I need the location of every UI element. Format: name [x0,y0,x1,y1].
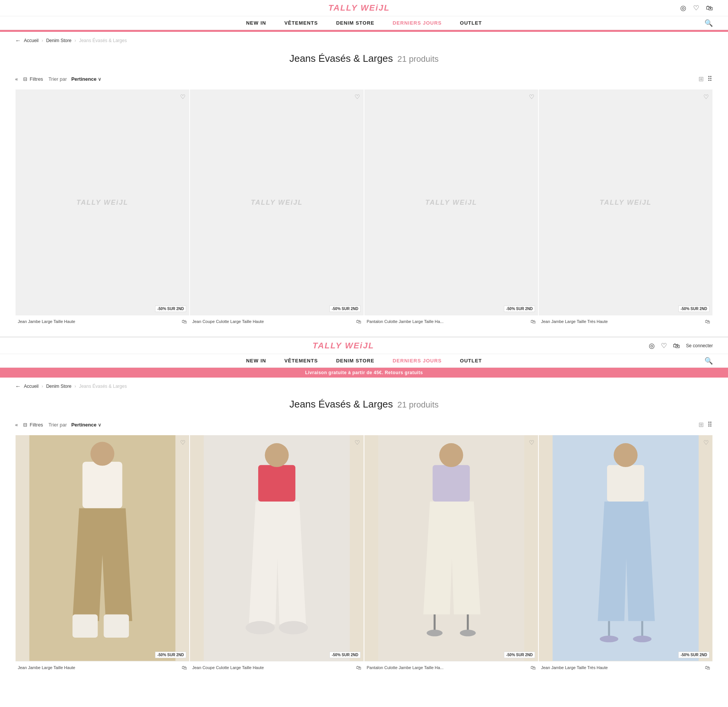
discount-badge-loaded-3: -50% SUR 2ND [504,652,535,658]
collapse-filters-btn[interactable]: « [15,76,18,82]
svg-point-15 [427,630,442,636]
wishlist-btn-loaded-4[interactable]: ♡ [703,439,709,446]
loaded-product-info-4: Jean Jambe Large Taille Très Haute 🛍 [539,661,712,674]
product-info-1: Jean Jambe Large Taille Haute 🛍 [16,315,189,328]
breadcrumb-back-2[interactable]: ← [15,383,21,389]
view-buttons: ⊞ ⠿ [698,74,713,84]
wishlist-btn-1[interactable]: ♡ [180,93,185,100]
breadcrumb-current: Jeans Évasés & Larges [79,38,127,43]
loaded-product-info-1: Jean Jambe Large Taille Haute 🛍 [16,661,189,674]
search-icon[interactable]: 🔍 [704,19,713,27]
breadcrumb-home-2[interactable]: Accueil [24,384,39,389]
view-grid-4-btn-2[interactable]: ⠿ [707,420,713,430]
loaded-product-card-1[interactable]: ♡ -50% SUR 2ND Jean Jambe Large Taille H… [15,435,190,674]
breadcrumb-parent[interactable]: Denim Store [46,38,72,43]
wishlist-btn-3[interactable]: ♡ [529,93,534,100]
loaded-add-to-bag-btn-4[interactable]: 🛍 [705,665,710,671]
bag-icon-btn[interactable]: 🛍 [706,4,713,12]
filter-left-2: « ⊟ Filtres Trier par Pertinence ∨ [15,422,102,428]
search-icon-2[interactable]: 🔍 [704,357,713,365]
discount-badge-loaded-2: -50% SUR 2ND [329,652,361,658]
nav-item-vetements[interactable]: VÊTEMENTS [284,20,318,26]
product-card-4[interactable]: TALLY WEiJL ♡ -50% SUR 2ND Jean Jambe La… [538,89,713,329]
wishlist-btn-loaded-2[interactable]: ♡ [355,439,360,446]
filters-label-2: Filtres [30,422,43,428]
product-card-2[interactable]: TALLY WEiJL ♡ -50% SUR 2ND Jean Coupe Cu… [190,89,364,329]
collapse-filters-btn-2[interactable]: « [15,422,18,428]
discount-badge-loaded-1: -50% SUR 2ND [155,652,186,658]
filters-btn[interactable]: ⊟ Filtres [23,76,43,82]
nav2-item-new-in[interactable]: NEW IN [246,358,266,364]
sticky-wishlist-icon-btn[interactable]: ♡ [661,342,667,350]
loaded-product-card-4[interactable]: ♡ -50% SUR 2ND Jean Jambe Large Taille T… [538,435,713,674]
nav2-item-outlet[interactable]: OUTLET [460,358,482,364]
breadcrumb-back[interactable]: ← [15,37,21,44]
sticky-location-icon-btn[interactable]: ◎ [649,342,655,350]
wishlist-btn-loaded-1[interactable]: ♡ [180,439,185,446]
svg-point-22 [600,636,618,643]
sticky-site-logo: TALLY WEiJL [38,341,649,351]
nav-item-denim-store[interactable]: DENIM STORE [336,20,374,26]
breadcrumb-parent-2[interactable]: Denim Store [46,384,72,389]
breadcrumb-sep-1: › [42,38,43,43]
loaded-product-name-4: Jean Jambe Large Taille Très Haute [541,665,705,670]
sort-btn-2[interactable]: Trier par Pertinence ∨ [49,422,102,428]
sticky-bag-icon-btn[interactable]: 🛍 [673,342,680,350]
nav-item-new-in[interactable]: NEW IN [246,20,266,26]
wishlist-btn-4[interactable]: ♡ [703,93,709,100]
placeholder-logo-4: TALLY WEiJL [600,198,652,206]
site-logo: TALLY WEiJL [38,3,680,13]
discount-badge-2: -50% SUR 2ND [329,306,361,312]
nav2-item-vetements[interactable]: VÊTEMENTS [284,358,318,364]
add-to-bag-btn-1[interactable]: 🛍 [182,318,187,324]
nav-item-outlet[interactable]: OUTLET [460,20,482,26]
product-img-placeholder-1: TALLY WEiJL ♡ -50% SUR 2ND [16,89,189,315]
add-to-bag-btn-2[interactable]: 🛍 [356,318,361,324]
filter-bar: « ⊟ Filtres Trier par Pertinence ∨ ⊞ ⠿ [0,71,728,89]
product-card-3[interactable]: TALLY WEiJL ♡ -50% SUR 2ND Pantalon Culo… [364,89,538,329]
product-info-3: Pantalon Culotte Jambe Large Taille Ha..… [364,315,538,328]
header-icons: ◎ ♡ 🛍 [680,4,713,12]
header-top: TALLY WEiJL ◎ ♡ 🛍 [0,0,728,16]
product-card-1[interactable]: TALLY WEiJL ♡ -50% SUR 2ND Jean Jambe La… [15,89,190,329]
nav2-item-denim-store[interactable]: DENIM STORE [336,358,374,364]
svg-rect-11 [433,465,470,502]
wishlist-btn-2[interactable]: ♡ [355,93,360,100]
loaded-product-card-3[interactable]: ♡ -50% SUR 2ND Pantalon Culotte Jambe La… [364,435,538,674]
nav-item-derniers-jours[interactable]: DERNIERS JOURS [392,20,442,26]
add-to-bag-btn-4[interactable]: 🛍 [705,318,710,324]
main-nav-2: NEW IN VÊTEMENTS DENIM STORE DERNIERS JO… [0,354,728,368]
discount-badge-loaded-4: -50% SUR 2ND [678,652,709,658]
location-icon-btn[interactable]: ◎ [680,4,686,12]
placeholder-logo-1: TALLY WEiJL [77,198,129,206]
svg-rect-18 [607,465,644,502]
discount-badge-1: -50% SUR 2ND [155,306,186,312]
sticky-header-right: ◎ ♡ 🛍 Se connecter [649,342,713,350]
svg-point-19 [613,443,637,467]
view-grid-2-btn[interactable]: ⊞ [698,74,704,84]
add-to-bag-btn-3[interactable]: 🛍 [530,318,536,324]
loaded-add-to-bag-btn-2[interactable]: 🛍 [356,665,361,671]
view-grid-2-btn-2[interactable]: ⊞ [698,420,704,430]
sort-value: Pertinence [71,76,96,82]
filters-btn-2[interactable]: ⊟ Filtres [23,422,43,428]
breadcrumb-home[interactable]: Accueil [24,38,39,43]
placeholder-logo-3: TALLY WEiJL [425,198,477,206]
placeholder-logo-2: TALLY WEiJL [251,198,303,206]
loaded-add-to-bag-btn-1[interactable]: 🛍 [182,665,187,671]
view-buttons-2: ⊞ ⠿ [698,420,713,430]
view-grid-4-btn[interactable]: ⠿ [707,74,713,84]
loaded-product-name-3: Pantalon Culotte Jambe Large Taille Ha..… [367,665,530,670]
product-img-placeholder-3: TALLY WEiJL ♡ -50% SUR 2ND [364,89,538,315]
loaded-product-card-2[interactable]: ♡ -50% SUR 2ND Jean Coupe Culotte Large … [190,435,364,674]
breadcrumb-2: ← Accueil › Denim Store › Jeans Évasés &… [0,378,728,395]
wishlist-icon-btn[interactable]: ♡ [693,4,699,12]
page-title-area: Jeans Évasés & Larges 21 produits [0,49,728,71]
promo-banner: Livraison gratuite à partir de 45€. Reto… [0,368,728,378]
wishlist-btn-loaded-3[interactable]: ♡ [529,439,534,446]
sticky-connect-label[interactable]: Se connecter [686,343,713,348]
sort-btn[interactable]: Trier par Pertinence ∨ [49,76,102,82]
nav2-item-derniers-jours[interactable]: DERNIERS JOURS [392,358,442,364]
product-name-4: Jean Jambe Large Taille Très Haute [541,319,705,324]
loaded-add-to-bag-btn-3[interactable]: 🛍 [530,665,536,671]
